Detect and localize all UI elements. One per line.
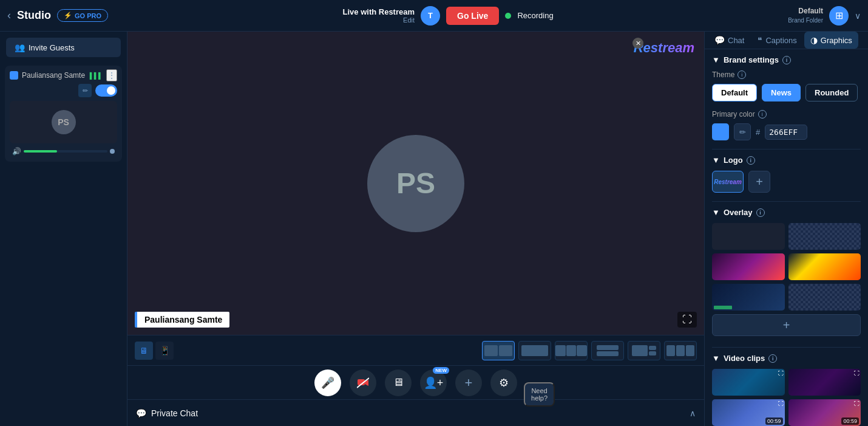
- logo-thumb-text: Restream: [714, 179, 742, 185]
- brand-button[interactable]: ⊞: [829, 6, 849, 26]
- overlay-info-icon[interactable]: i: [756, 208, 765, 217]
- right-tabs: 💬 Chat ❝ Captions ◑ Graphics: [705, 32, 868, 49]
- theme-default-button[interactable]: Default: [712, 84, 757, 101]
- overlay-thumb-5[interactable]: [712, 284, 785, 311]
- gopro-label: GO PRO: [75, 12, 101, 19]
- tab-chat[interactable]: 💬 Chat: [708, 32, 750, 49]
- private-chat-bar[interactable]: 💬 Private Chat ∧: [127, 399, 704, 426]
- add-participant-button[interactable]: 👤+ NEW: [420, 369, 447, 396]
- primary-color-label: Primary color i: [712, 110, 861, 119]
- right-content: ▼ Brand settings i Theme i Default News …: [705, 49, 868, 426]
- logo-thumbnail[interactable]: Restream: [712, 171, 744, 193]
- recording-indicator: [505, 13, 511, 19]
- center-panel: Restream ✕ PS Pauliansang Samte ⛶ 🖥 📱: [127, 32, 704, 426]
- add-logo-button[interactable]: +: [748, 171, 770, 193]
- layout-option-3[interactable]: [555, 341, 588, 360]
- theme-label: Theme i: [712, 70, 861, 79]
- guest-edit-button[interactable]: ✏: [78, 84, 92, 97]
- clip-expand-icon-3: ⛶: [778, 400, 784, 407]
- videoclips-grid: ⛶ ⛶ 00:59 ⛶ 00:59 ⛶ 00:29 ⛶ ⛶: [712, 369, 861, 426]
- divider-3: [712, 347, 861, 348]
- graphics-tab-label: Graphics: [821, 36, 852, 45]
- layout-option-5[interactable]: [628, 341, 660, 360]
- color-hex-input[interactable]: [765, 125, 807, 140]
- clip-thumb-1[interactable]: ⛶: [712, 369, 785, 396]
- layout-option-4[interactable]: [591, 341, 624, 360]
- audio-handle[interactable]: [110, 149, 115, 154]
- theme-news-button[interactable]: News: [762, 84, 801, 101]
- theme-info-icon[interactable]: i: [737, 70, 746, 79]
- tab-captions[interactable]: ❝ Captions: [751, 32, 802, 49]
- audio-track[interactable]: [24, 150, 107, 153]
- live-title: Live with Restream: [343, 7, 415, 16]
- theme-rounded-button[interactable]: Rounded: [805, 84, 858, 101]
- color-swatch[interactable]: [712, 123, 729, 140]
- layout-option-6[interactable]: [664, 341, 697, 360]
- settings-button[interactable]: ⚙: [490, 369, 517, 396]
- mobile-view-button[interactable]: 📱: [155, 342, 174, 360]
- layout-option-2[interactable]: [518, 341, 551, 360]
- desktop-view-button[interactable]: 🖥: [135, 342, 153, 360]
- golive-button[interactable]: Go Live: [446, 7, 499, 25]
- camera-button[interactable]: [350, 369, 376, 396]
- logo-header: ▼ Logo i: [712, 156, 861, 165]
- overlay-grid: +: [712, 223, 861, 338]
- more-options-button[interactable]: ⋮: [106, 69, 117, 81]
- divider-2: [712, 201, 861, 202]
- user-avatar-top: T: [421, 6, 440, 26]
- layout-option-1[interactable]: [482, 341, 515, 360]
- need-help-button[interactable]: Need help?: [524, 382, 555, 407]
- color-edit-button[interactable]: ✏: [734, 123, 751, 140]
- guest-avatar-circle: PS: [52, 110, 76, 134]
- overlay-thumb-6[interactable]: [788, 284, 861, 311]
- topbar-right: Default Brand Folder ⊞ ∨: [788, 6, 861, 26]
- primary-color-info-icon[interactable]: i: [758, 110, 767, 119]
- logo-info-icon[interactable]: i: [747, 156, 755, 165]
- screen-share-button[interactable]: 🖥: [385, 369, 412, 396]
- audio-icon: 🔊: [12, 147, 21, 156]
- overlay-thumb-2[interactable]: [788, 223, 861, 250]
- back-button[interactable]: ‹: [7, 9, 11, 22]
- clip-expand-icon-1: ⛶: [778, 370, 784, 376]
- overlay-thumb-3[interactable]: [712, 253, 785, 280]
- gopro-badge[interactable]: ⚡ GO PRO: [57, 9, 108, 22]
- close-overlay-button[interactable]: ✕: [632, 38, 643, 49]
- divider-1: [712, 149, 861, 149]
- avatar-circle-large: PS: [367, 135, 464, 232]
- right-panel: 💬 Chat ❝ Captions ◑ Graphics ▼ Brand set…: [704, 32, 868, 426]
- clip-thumb-4[interactable]: 00:59 ⛶: [788, 399, 861, 426]
- add-participant-icon: 👤+: [424, 376, 444, 390]
- fullscreen-button[interactable]: ⛶: [677, 312, 697, 328]
- invite-guests-button[interactable]: 👥 Invite Guests: [6, 38, 121, 57]
- brand-folder-label: Default Brand Folder: [788, 7, 823, 24]
- guest-preview: PS: [10, 101, 117, 143]
- tab-graphics[interactable]: ◑ Graphics: [804, 32, 858, 49]
- clip-thumb-2[interactable]: ⛶: [788, 369, 861, 396]
- mic-button[interactable]: 🎤: [314, 369, 341, 396]
- clip-thumb-3[interactable]: 00:59 ⛶: [712, 399, 785, 426]
- videoclips-info-icon[interactable]: i: [768, 354, 777, 363]
- chat-tab-label: Chat: [728, 36, 744, 45]
- brand-settings-title: Brand settings: [724, 55, 779, 64]
- theme-options: Default News Rounded: [712, 84, 861, 101]
- controls-bar: 🎤 🖥 👤+ NEW + ⚙: [127, 365, 704, 399]
- left-bottom-space: [0, 164, 127, 426]
- layout-options: [482, 341, 697, 360]
- expand-button[interactable]: ∨: [855, 11, 861, 21]
- guest-toggle[interactable]: [95, 84, 117, 97]
- recording-label: Recording: [517, 11, 553, 20]
- signal-icon: ▌▌▌: [90, 72, 103, 79]
- add-button[interactable]: +: [455, 369, 482, 396]
- clip-duration-4: 00:59: [841, 417, 859, 425]
- plus-icon: +: [465, 375, 473, 391]
- logo-title: Logo: [724, 156, 743, 165]
- guest-controls: ✏: [10, 84, 117, 97]
- brand-settings-info-icon[interactable]: i: [782, 56, 791, 64]
- topbar: ‹ Studio ⚡ GO PRO Live with Restream Edi…: [0, 0, 868, 32]
- overlay-thumb-4[interactable]: [788, 253, 861, 280]
- hash-label: #: [756, 128, 760, 137]
- videoclips-header: ▼ Video clips i: [712, 354, 861, 363]
- gopro-icon: ⚡: [64, 12, 72, 19]
- add-overlay-button[interactable]: +: [712, 314, 861, 336]
- overlay-thumb-1[interactable]: [712, 223, 785, 250]
